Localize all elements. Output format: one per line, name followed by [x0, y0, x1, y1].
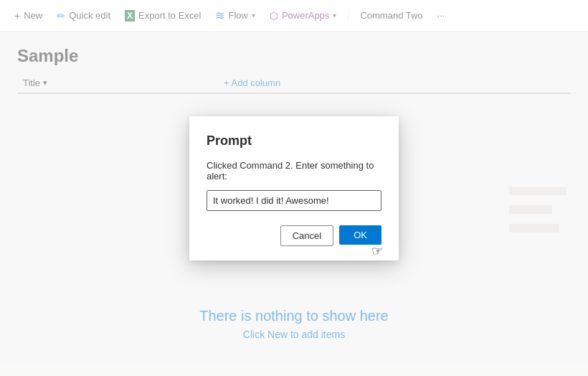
dialog-input[interactable]	[207, 190, 381, 211]
cursor-icon: ☞	[371, 243, 383, 259]
prompt-dialog: Prompt Clicked Command 2. Enter somethin…	[189, 116, 399, 260]
ok-label: OK	[354, 230, 367, 240]
dialog-title: Prompt	[207, 133, 381, 149]
dialog-backdrop: Prompt Clicked Command 2. Enter somethin…	[0, 0, 588, 376]
cancel-label: Cancel	[293, 230, 321, 241]
dialog-buttons: Cancel OK ☞	[207, 225, 381, 246]
cancel-button[interactable]: Cancel	[280, 225, 333, 246]
ok-button[interactable]: OK	[339, 225, 381, 245]
dialog-message: Clicked Command 2. Enter something to al…	[207, 160, 381, 182]
